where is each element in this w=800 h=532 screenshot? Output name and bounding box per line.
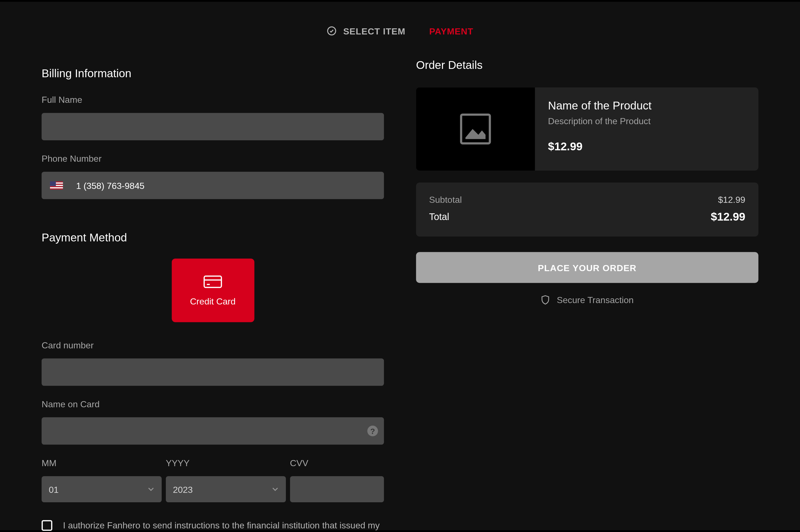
month-label: MM bbox=[42, 458, 162, 468]
billing-title: Billing Information bbox=[42, 67, 384, 80]
step-payment-label: PAYMENT bbox=[429, 26, 473, 36]
secure-transaction: Secure Transaction bbox=[416, 295, 758, 305]
cvv-label: CVV bbox=[290, 458, 384, 468]
order-details-title: Order Details bbox=[416, 59, 758, 72]
phone-label: Phone Number bbox=[42, 153, 384, 163]
check-circle-icon bbox=[327, 25, 338, 36]
total-label: Total bbox=[429, 212, 449, 223]
product-thumbnail bbox=[416, 88, 535, 171]
product-description: Description of the Product bbox=[548, 116, 652, 126]
chevron-down-icon bbox=[271, 486, 279, 493]
month-value: 01 bbox=[49, 484, 59, 494]
total-value: $12.99 bbox=[711, 210, 745, 223]
authorization-checkbox[interactable] bbox=[42, 520, 53, 531]
card-number-label: Card number bbox=[42, 340, 384, 350]
full-name-input[interactable] bbox=[42, 113, 384, 140]
help-icon[interactable]: ? bbox=[367, 425, 378, 436]
year-select[interactable]: 2023 bbox=[166, 476, 286, 502]
credit-card-icon bbox=[203, 275, 222, 289]
order-summary: Subtotal $12.99 Total $12.99 bbox=[416, 183, 758, 237]
place-order-button[interactable]: PLACE YOUR ORDER bbox=[416, 252, 758, 283]
name-on-card-label: Name on Card bbox=[42, 399, 384, 409]
step-select-item-label: SELECT ITEM bbox=[343, 26, 405, 36]
product-card: Name of the Product Description of the P… bbox=[416, 88, 758, 171]
checkout-stepper: SELECT ITEM PAYMENT bbox=[0, 2, 800, 59]
product-price: $12.99 bbox=[548, 140, 652, 153]
svg-rect-1 bbox=[204, 276, 222, 287]
product-name: Name of the Product bbox=[548, 99, 652, 112]
year-label: YYYY bbox=[166, 458, 286, 468]
secure-label: Secure Transaction bbox=[557, 295, 634, 305]
credit-card-label: Credit Card bbox=[190, 296, 235, 306]
name-on-card-input[interactable] bbox=[42, 417, 384, 444]
authorization-text: I authorize Fanhero to send instructions… bbox=[63, 519, 384, 532]
subtotal-value: $12.99 bbox=[718, 194, 745, 205]
step-payment[interactable]: PAYMENT bbox=[429, 26, 473, 36]
image-placeholder-icon bbox=[458, 112, 493, 146]
chevron-down-icon bbox=[147, 486, 154, 493]
card-number-input[interactable] bbox=[42, 358, 384, 385]
full-name-label: Full Name bbox=[42, 94, 384, 104]
shield-icon bbox=[541, 295, 550, 305]
year-value: 2023 bbox=[173, 484, 192, 494]
phone-input[interactable] bbox=[42, 172, 384, 199]
svg-rect-4 bbox=[461, 115, 490, 144]
subtotal-label: Subtotal bbox=[429, 194, 462, 205]
credit-card-method[interactable]: Credit Card bbox=[171, 259, 254, 322]
us-flag-icon[interactable] bbox=[50, 182, 63, 190]
month-select[interactable]: 01 bbox=[42, 476, 162, 502]
place-order-label: PLACE YOUR ORDER bbox=[538, 263, 636, 272]
payment-method-title: Payment Method bbox=[42, 231, 384, 244]
cvv-input[interactable] bbox=[290, 476, 384, 502]
step-select-item[interactable]: SELECT ITEM bbox=[327, 25, 405, 36]
